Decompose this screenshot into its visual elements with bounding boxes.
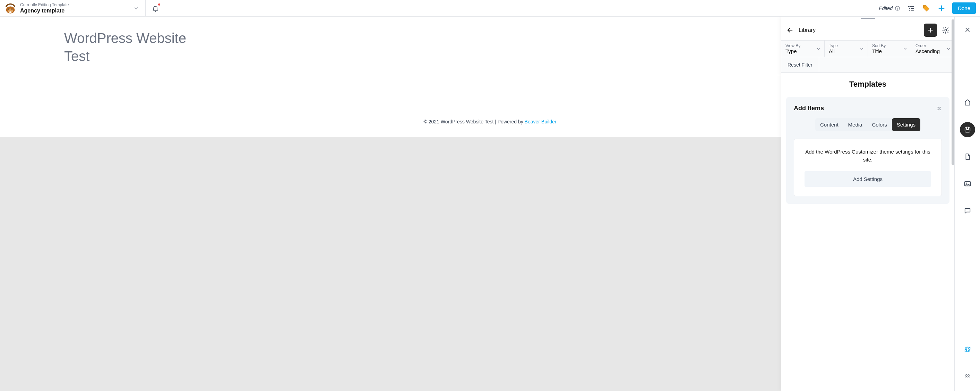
site-title: WordPress Website Test	[64, 29, 343, 65]
outline-icon	[907, 5, 915, 12]
library-panel: Library View By Type Type All Sort By	[781, 17, 955, 391]
svg-point-2	[8, 8, 10, 10]
tag-icon	[923, 5, 930, 12]
svg-point-22	[969, 376, 970, 377]
rail-home-button[interactable]	[960, 95, 975, 110]
reset-filter-row: Reset Filter	[781, 57, 955, 73]
chevron-down-icon	[134, 6, 139, 11]
rail-library-button[interactable]	[960, 122, 975, 137]
chevron-down-icon	[946, 46, 951, 51]
topbar: Currently Editing Template Agency templa…	[0, 0, 980, 17]
add-settings-button[interactable]: Add Settings	[805, 171, 931, 187]
card-title: Add Items	[794, 105, 824, 112]
template-title: Agency template	[20, 7, 69, 14]
filter-sort-by[interactable]: Sort By Title	[868, 41, 912, 57]
tab-settings[interactable]: Settings	[892, 118, 920, 131]
filter-value: Ascending	[915, 48, 950, 54]
rail-sync-button[interactable]	[960, 342, 975, 357]
svg-point-17	[965, 374, 966, 375]
site-title-line1: WordPress Website	[64, 30, 186, 46]
library-header: Library	[781, 20, 955, 40]
svg-point-8	[909, 8, 910, 9]
panel-scrollbar[interactable]	[951, 19, 955, 165]
svg-point-16	[966, 183, 967, 184]
add-button[interactable]	[937, 4, 946, 13]
library-section-title: Templates	[786, 80, 950, 89]
svg-point-19	[969, 374, 970, 375]
close-icon	[964, 26, 971, 33]
tab-media[interactable]: Media	[843, 118, 867, 131]
reset-filter-button[interactable]: Reset Filter	[781, 57, 819, 72]
svg-point-3	[11, 8, 13, 10]
title-dropdown-button[interactable]	[131, 3, 141, 13]
edited-status[interactable]: Edited	[879, 6, 900, 11]
footer-text: © 2021 WordPress Website Test | Powered …	[424, 119, 525, 124]
svg-point-20	[965, 376, 966, 377]
canvas-area: WordPress Website Test © 2021 WordPress …	[0, 17, 980, 391]
chevron-down-icon	[903, 46, 907, 51]
library-settings-button[interactable]	[942, 26, 950, 34]
settings-description: Add the WordPress Customizer theme setti…	[805, 148, 931, 164]
tab-content[interactable]: Content	[815, 118, 843, 131]
sync-icon	[964, 346, 971, 353]
rail-page-button[interactable]	[960, 149, 975, 164]
side-rail	[955, 17, 980, 391]
plus-icon	[927, 27, 934, 33]
chat-icon	[964, 207, 971, 215]
rail-media-button[interactable]	[960, 176, 975, 191]
library-back-button[interactable]	[786, 26, 794, 34]
settings-box: Add the WordPress Customizer theme setti…	[794, 139, 942, 196]
library-body: Templates Add Items Content Media Colors…	[781, 73, 955, 391]
beaver-logo-icon	[4, 2, 17, 14]
filter-label: Sort By	[872, 43, 907, 48]
add-items-card: Add Items Content Media Colors Settings …	[786, 97, 950, 204]
edited-label: Edited	[879, 6, 892, 11]
filter-view-by[interactable]: View By Type	[781, 41, 825, 57]
grid-dots-icon	[964, 373, 971, 380]
svg-point-6	[908, 6, 909, 7]
svg-point-18	[967, 374, 968, 375]
chevron-down-icon	[859, 46, 864, 51]
rail-more-button[interactable]	[960, 369, 975, 384]
close-icon	[936, 106, 942, 111]
topbar-title-area[interactable]: Currently Editing Template Agency templa…	[0, 0, 146, 16]
image-icon	[964, 180, 971, 188]
panel-drag-handle[interactable]	[781, 17, 955, 20]
editing-subtitle: Currently Editing Template	[20, 2, 69, 7]
close-panel-button[interactable]	[964, 26, 971, 33]
title-block: Currently Editing Template Agency templa…	[20, 2, 69, 14]
tab-colors[interactable]: Colors	[867, 118, 892, 131]
svg-point-13	[945, 29, 947, 31]
rail-comments-button[interactable]	[960, 203, 975, 218]
plus-icon	[938, 5, 945, 12]
page-icon	[964, 153, 971, 161]
outline-button[interactable]	[907, 4, 915, 13]
add-items-tabs: Content Media Colors Settings	[794, 118, 942, 131]
filter-order[interactable]: Order Ascending	[912, 41, 955, 57]
library-title: Library	[799, 27, 816, 33]
svg-rect-4	[10, 11, 11, 13]
card-close-button[interactable]	[936, 106, 942, 111]
tag-button[interactable]	[922, 4, 931, 13]
filter-value: All	[829, 48, 864, 54]
bookmark-box-icon	[964, 126, 971, 134]
notifications-button[interactable]	[146, 0, 165, 16]
svg-point-10	[909, 10, 910, 11]
filter-label: Order	[915, 43, 950, 48]
chevron-down-icon	[816, 46, 821, 51]
bell-icon	[152, 5, 159, 12]
notification-dot-icon	[158, 3, 160, 6]
filter-value: Title	[872, 48, 907, 54]
filter-label: Type	[829, 43, 864, 48]
gear-icon	[942, 26, 950, 34]
svg-point-12	[924, 6, 926, 7]
home-icon	[964, 99, 971, 106]
footer-link[interactable]: Beaver Builder	[525, 119, 557, 124]
arrow-left-icon	[786, 26, 794, 34]
site-title-line2: Test	[64, 49, 89, 64]
topbar-right: Edited Done	[879, 0, 980, 16]
done-button[interactable]: Done	[952, 2, 976, 14]
filter-type[interactable]: Type All	[825, 41, 868, 57]
filter-value: Type	[786, 48, 820, 54]
library-add-button[interactable]	[924, 24, 937, 37]
